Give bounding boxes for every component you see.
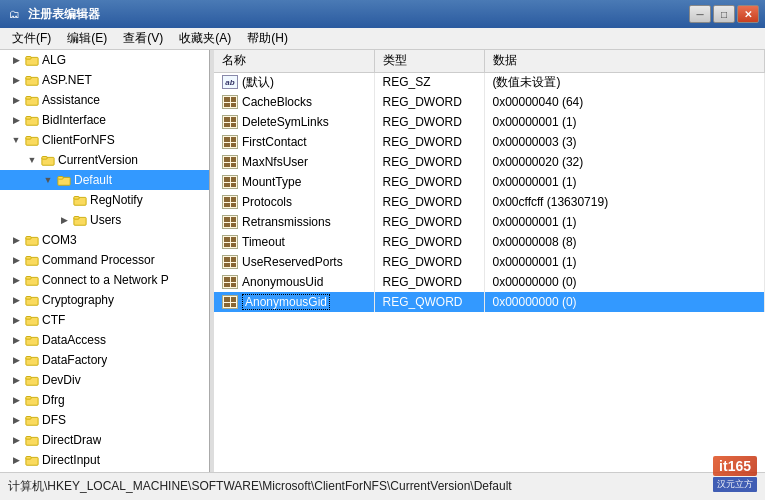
menu-file[interactable]: 文件(F) <box>4 28 59 49</box>
table-row[interactable]: ProtocolsREG_DWORD0x00cffcff (13630719) <box>214 192 765 212</box>
svg-rect-15 <box>74 197 79 200</box>
svg-rect-21 <box>26 257 31 260</box>
table-row[interactable]: FirstContactREG_DWORD0x00000003 (3) <box>214 132 765 152</box>
folder-icon <box>24 232 40 248</box>
tree-item-alg[interactable]: ▶ ALG <box>0 50 209 70</box>
tree-item-regnotify[interactable]: RegNotify <box>0 190 209 210</box>
table-row[interactable]: RetransmissionsREG_DWORD0x00000001 (1) <box>214 212 765 232</box>
reg-entry-type: REG_DWORD <box>374 272 484 292</box>
svg-rect-31 <box>26 357 31 360</box>
expand-icon: ▶ <box>8 55 24 65</box>
minimize-button[interactable]: ─ <box>689 5 711 23</box>
svg-rect-3 <box>26 77 31 80</box>
dword-icon <box>222 255 238 269</box>
table-row[interactable]: MountTypeREG_DWORD0x00000001 (1) <box>214 172 765 192</box>
tree-label: Cryptography <box>42 293 114 307</box>
reg-entry-type: REG_DWORD <box>374 192 484 212</box>
reg-entry-name: UseReservedPorts <box>242 255 343 269</box>
tree-item-default[interactable]: ▼ Default <box>0 170 209 190</box>
window-title: 注册表编辑器 <box>28 6 100 23</box>
tree-label: RegNotify <box>90 193 143 207</box>
reg-entry-type: REG_DWORD <box>374 152 484 172</box>
dword-icon <box>222 115 238 129</box>
tree-item-clientfornfs[interactable]: ▼ ClientForNFS <box>0 130 209 150</box>
tree-item-dfs[interactable]: ▶ DFS <box>0 410 209 430</box>
table-row[interactable]: UseReservedPortsREG_DWORD0x00000001 (1) <box>214 252 765 272</box>
tree-item-directinput[interactable]: ▶ DirectInput <box>0 450 209 470</box>
reg-name-cell: AnonymousUid <box>222 275 366 289</box>
reg-entry-data: (数值未设置) <box>484 72 765 92</box>
reg-entry-name: MountType <box>242 175 301 189</box>
reg-entry-name: CacheBlocks <box>242 95 312 109</box>
folder-icon <box>24 452 40 468</box>
close-button[interactable]: ✕ <box>737 5 759 23</box>
menu-bar: 文件(F) 编辑(E) 查看(V) 收藏夹(A) 帮助(H) <box>0 28 765 50</box>
tree-item-ctf[interactable]: ▶ CTF <box>0 310 209 330</box>
svg-rect-23 <box>26 277 31 280</box>
reg-entry-data: 0x00000000 (0) <box>484 272 765 292</box>
svg-rect-19 <box>26 237 31 240</box>
expand-icon: ▶ <box>8 95 24 105</box>
reg-entry-type: REG_QWORD <box>374 292 484 312</box>
reg-entry-data: 0x00000008 (8) <box>484 232 765 252</box>
tree-item-command-processor[interactable]: ▶ Command Processor <box>0 250 209 270</box>
menu-favorites[interactable]: 收藏夹(A) <box>171 28 239 49</box>
menu-edit[interactable]: 编辑(E) <box>59 28 115 49</box>
tree-item-bidinterface[interactable]: ▶ BidInterface <box>0 110 209 130</box>
reg-entry-name: Retransmissions <box>242 215 331 229</box>
tree-label: DirectDraw <box>42 433 101 447</box>
dword-icon <box>222 135 238 149</box>
tree-item-currentversion[interactable]: ▼ CurrentVersion <box>0 150 209 170</box>
registry-panel[interactable]: 名称 类型 数据 ab(默认)REG_SZ(数值未设置)CacheBlocksR… <box>214 50 765 472</box>
reg-name-cell: MaxNfsUser <box>222 155 366 169</box>
folder-icon <box>24 72 40 88</box>
tree-panel[interactable]: ▶ ALG ▶ ASP.NET ▶ Assistance ▶ <box>0 50 210 472</box>
svg-rect-41 <box>26 457 31 460</box>
maximize-button[interactable]: □ <box>713 5 735 23</box>
tree-item-connect-network[interactable]: ▶ Connect to a Network P <box>0 270 209 290</box>
folder-icon <box>24 432 40 448</box>
table-row[interactable]: AnonymousGidREG_QWORD0x00000000 (0) <box>214 292 765 312</box>
svg-rect-17 <box>74 217 79 220</box>
dword-icon <box>222 215 238 229</box>
folder-icon-open <box>24 132 40 148</box>
tree-item-devdiv[interactable]: ▶ DevDiv <box>0 370 209 390</box>
dword-icon <box>222 155 238 169</box>
table-row[interactable]: TimeoutREG_DWORD0x00000008 (8) <box>214 232 765 252</box>
table-row[interactable]: ab(默认)REG_SZ(数值未设置) <box>214 72 765 92</box>
tree-item-datafactory[interactable]: ▶ DataFactory <box>0 350 209 370</box>
col-header-type: 类型 <box>374 50 484 72</box>
menu-view[interactable]: 查看(V) <box>115 28 171 49</box>
tree-item-assistance[interactable]: ▶ Assistance <box>0 90 209 110</box>
app-icon: 🗂 <box>6 6 22 22</box>
tree-item-directdraw[interactable]: ▶ DirectDraw <box>0 430 209 450</box>
table-row[interactable]: CacheBlocksREG_DWORD0x00000040 (64) <box>214 92 765 112</box>
tree-item-aspnet[interactable]: ▶ ASP.NET <box>0 70 209 90</box>
svg-rect-27 <box>26 317 31 320</box>
table-row[interactable]: AnonymousUidREG_DWORD0x00000000 (0) <box>214 272 765 292</box>
folder-icon <box>24 332 40 348</box>
tree-label: CTF <box>42 313 65 327</box>
menu-help[interactable]: 帮助(H) <box>239 28 296 49</box>
tree-item-dfrg[interactable]: ▶ Dfrg <box>0 390 209 410</box>
svg-rect-39 <box>26 437 31 440</box>
tree-item-com3[interactable]: ▶ COM3 <box>0 230 209 250</box>
tree-label: DevDiv <box>42 373 81 387</box>
tree-label: DataAccess <box>42 333 106 347</box>
main-content: ▶ ALG ▶ ASP.NET ▶ Assistance ▶ <box>0 50 765 472</box>
tree-item-users[interactable]: ▶ Users <box>0 210 209 230</box>
reg-name-cell: CacheBlocks <box>222 95 366 109</box>
reg-name-cell: Protocols <box>222 195 366 209</box>
table-row[interactable]: DeleteSymLinksREG_DWORD0x00000001 (1) <box>214 112 765 132</box>
tree-item-cryptography[interactable]: ▶ Cryptography <box>0 290 209 310</box>
folder-icon <box>24 312 40 328</box>
tree-label: ASP.NET <box>42 73 92 87</box>
reg-entry-data: 0x00000001 (1) <box>484 172 765 192</box>
tree-item-dataaccess[interactable]: ▶ DataAccess <box>0 330 209 350</box>
title-bar: 🗂 注册表编辑器 ─ □ ✕ <box>0 0 765 28</box>
col-header-data: 数据 <box>484 50 765 72</box>
dword-icon <box>222 195 238 209</box>
reg-entry-data: 0x00000003 (3) <box>484 132 765 152</box>
table-row[interactable]: MaxNfsUserREG_DWORD0x00000020 (32) <box>214 152 765 172</box>
expand-icon: ▶ <box>8 255 24 265</box>
